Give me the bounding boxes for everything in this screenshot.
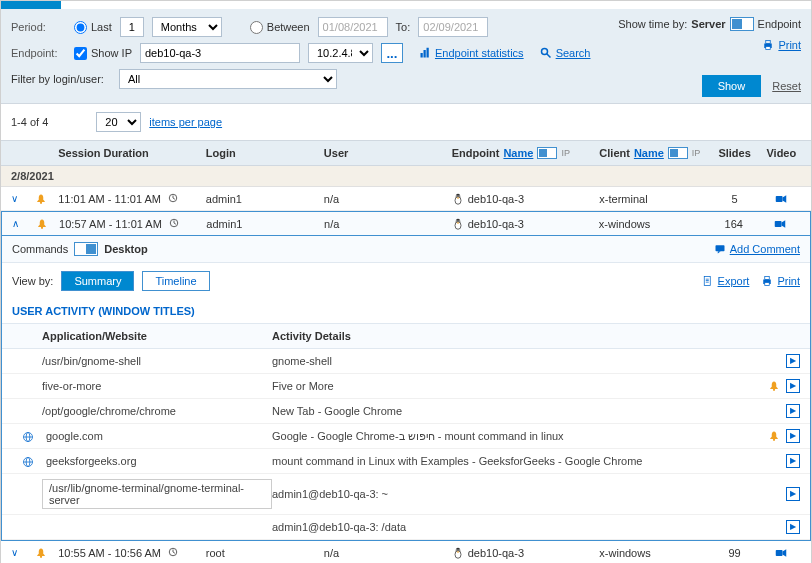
svg-rect-33 — [765, 277, 770, 280]
endpoint-browse-button[interactable]: ... — [381, 43, 403, 63]
to-label: To: — [396, 21, 411, 33]
endpoint-name-input[interactable] — [140, 43, 300, 63]
alert-icon — [35, 546, 59, 559]
table-header: Session Duration Login User Endpoint Nam… — [1, 140, 811, 166]
expand-icon[interactable]: ∨ — [11, 193, 35, 204]
summary-tab[interactable]: Summary — [61, 271, 134, 291]
endpoint-statistics-link[interactable]: Endpoint statistics — [419, 47, 524, 59]
alert-icon — [768, 379, 780, 393]
last-unit-select[interactable]: Months — [152, 17, 222, 37]
globe-icon — [22, 455, 42, 468]
last-count-input[interactable] — [120, 17, 144, 37]
client-name-ip-toggle[interactable] — [668, 147, 688, 159]
play-icon[interactable]: ▶ — [786, 404, 800, 418]
date-to-input — [418, 17, 488, 37]
svg-rect-26 — [715, 245, 724, 251]
export-link[interactable]: Export — [702, 275, 750, 287]
svg-rect-0 — [420, 53, 422, 58]
play-icon[interactable]: ▶ — [786, 454, 800, 468]
svg-rect-7 — [766, 47, 771, 50]
svg-point-21 — [456, 220, 457, 222]
reset-button[interactable]: Reset — [772, 80, 801, 92]
app-header: Application/Website — [12, 330, 272, 342]
session-user: n/a — [324, 218, 452, 230]
session-row[interactable]: ∧10:57 AM - 11:01 AM admin1n/a deb10-qa-… — [1, 211, 811, 236]
alert-icon — [36, 217, 60, 230]
activity-row: five-or-moreFive or More▶ — [2, 374, 810, 399]
clock-icon — [168, 193, 178, 205]
svg-point-39 — [773, 439, 775, 441]
activity-details: New Tab - Google Chrome — [272, 405, 740, 417]
endpoint-label: Endpoint: — [11, 47, 66, 59]
search-link[interactable]: Search — [540, 47, 591, 59]
filter-panel: Period: Last Months Between To: Endpoint… — [1, 9, 811, 104]
session-duration: 11:01 AM - 11:01 AM — [58, 193, 206, 205]
col-slides[interactable]: Slides — [708, 147, 762, 159]
print-link[interactable]: Print — [762, 39, 801, 51]
activity-row: admin1@deb10-qa-3: /data▶ — [2, 515, 810, 540]
between-radio-input[interactable] — [250, 21, 263, 34]
session-user: n/a — [324, 547, 452, 559]
activity-details: gnome-shell — [272, 355, 740, 367]
endpoint-ip-select[interactable]: 10.2.4.87 — [308, 43, 373, 63]
activity-row: /opt/google/chrome/chromeNew Tab - Googl… — [2, 399, 810, 424]
activity-details: mount command in Linux with Examples - G… — [272, 455, 740, 467]
col-client: Client Name IP — [599, 147, 707, 159]
session-row[interactable]: ∨11:01 AM - 11:01 AM admin1n/a deb10-qa-… — [1, 187, 811, 211]
svg-point-43 — [39, 556, 41, 558]
alert-icon — [768, 429, 780, 443]
col-user[interactable]: User — [324, 147, 452, 159]
session-duration: 10:55 AM - 10:56 AM — [58, 547, 206, 559]
period-between-radio[interactable]: Between — [250, 21, 310, 34]
date-group-row: 2/8/2021 — [1, 166, 811, 187]
add-comment-link[interactable]: Add Comment — [714, 243, 800, 255]
detail-print-link[interactable]: Print — [761, 275, 800, 287]
video-icon[interactable] — [761, 217, 800, 230]
svg-rect-15 — [776, 196, 783, 202]
items-per-page-label[interactable]: items per page — [149, 116, 222, 128]
show-button[interactable]: Show — [702, 75, 762, 97]
period-last-radio[interactable]: Last — [74, 21, 112, 34]
video-icon[interactable] — [762, 546, 801, 559]
svg-point-12 — [456, 195, 457, 197]
svg-point-35 — [773, 389, 775, 391]
col-duration[interactable]: Session Duration — [58, 147, 206, 159]
activity-details: admin1@deb10-qa-3: ~ — [272, 488, 740, 500]
svg-line-4 — [546, 54, 550, 58]
endpoint-name-ip-toggle[interactable] — [537, 147, 557, 159]
linux-icon — [452, 546, 464, 559]
video-icon[interactable] — [762, 192, 801, 205]
svg-point-48 — [458, 550, 459, 552]
session-user: n/a — [324, 193, 452, 205]
col-video[interactable]: Video — [762, 147, 801, 159]
svg-rect-50 — [776, 550, 783, 556]
play-icon[interactable]: ▶ — [786, 379, 800, 393]
clock-icon — [168, 547, 178, 559]
play-icon[interactable]: ▶ — [786, 520, 800, 534]
session-row[interactable]: ∨10:55 AM - 10:56 AM rootn/a deb10-qa-3x… — [1, 541, 811, 563]
filter-user-label: Filter by login/user: — [11, 73, 111, 85]
expand-icon[interactable]: ∧ — [12, 218, 36, 229]
col-login[interactable]: Login — [206, 147, 324, 159]
show-ip-checkbox[interactable]: Show IP — [74, 47, 132, 60]
time-toggle[interactable] — [730, 17, 754, 31]
play-icon[interactable]: ▶ — [786, 354, 800, 368]
commands-desktop-toggle[interactable] — [74, 242, 98, 256]
svg-point-22 — [458, 220, 459, 222]
expand-icon[interactable]: ∨ — [11, 547, 35, 558]
svg-rect-2 — [426, 48, 428, 58]
play-icon[interactable]: ▶ — [786, 487, 800, 501]
svg-rect-6 — [766, 41, 771, 44]
timeline-tab[interactable]: Timeline — [142, 271, 209, 291]
show-ip-input[interactable] — [74, 47, 87, 60]
last-radio-input[interactable] — [74, 21, 87, 34]
page-size-select[interactable]: 20 — [96, 112, 141, 132]
svg-rect-24 — [775, 221, 782, 227]
play-icon[interactable]: ▶ — [786, 429, 800, 443]
date-from-input — [318, 17, 388, 37]
active-top-tab[interactable] — [1, 1, 61, 9]
clock-icon — [169, 218, 179, 230]
filter-user-select[interactable]: All — [119, 69, 337, 89]
endpoint-toggle-label: Endpoint — [758, 18, 801, 30]
col-endpoint: Endpoint Name IP — [452, 147, 600, 159]
